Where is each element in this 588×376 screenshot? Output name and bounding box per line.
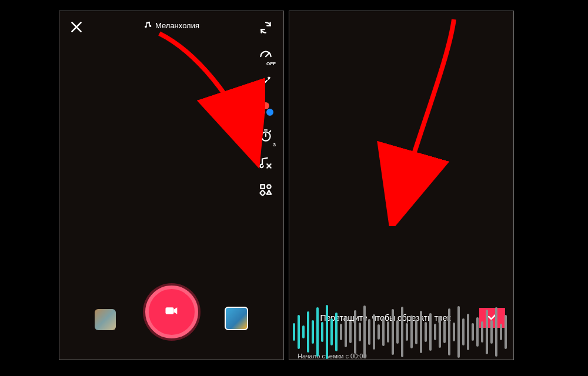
video-camera-icon [163, 303, 180, 321]
waveform-bar [425, 322, 427, 342]
waveform-bar [373, 314, 375, 350]
speed-sub-label: OFF [266, 61, 276, 66]
svg-point-2 [267, 184, 271, 189]
waveform-bar [387, 321, 389, 343]
waveform-bar [330, 318, 333, 345]
more-button[interactable] [258, 183, 274, 199]
timer-icon [258, 128, 273, 146]
waveform-bar [354, 310, 356, 354]
upload-button[interactable] [225, 307, 248, 330]
waveform-bar [335, 313, 338, 351]
annotation-arrow-right [360, 15, 472, 226]
waveform-bar [302, 325, 305, 338]
flip-camera-button[interactable] [258, 21, 274, 37]
svg-rect-1 [260, 184, 265, 189]
waveform-bar [453, 323, 455, 341]
beauty-wand-icon [258, 74, 273, 92]
svg-rect-4 [165, 307, 173, 314]
waveform-bar [481, 321, 483, 343]
record-button[interactable] [145, 286, 198, 338]
filters-button[interactable] [258, 102, 274, 118]
waveform-bar [363, 306, 366, 358]
waveform-bar [406, 323, 408, 341]
waveform-bar [439, 316, 441, 348]
top-bar: Меланхолия [59, 19, 283, 37]
waveform-bar [368, 319, 370, 345]
waveform-bar [467, 314, 469, 350]
waveform-bar [410, 315, 413, 348]
music-note-icon [143, 21, 152, 31]
waveform-bar [443, 321, 446, 343]
waveform-bar [316, 307, 319, 357]
waveform-bar [486, 310, 488, 354]
waveform-bar [345, 317, 347, 347]
waveform-bar [472, 323, 474, 341]
waveform-bar [321, 322, 323, 342]
annotation-arrow-left [148, 28, 265, 169]
close-icon [69, 26, 84, 36]
side-toolbar: OFF 3 [258, 21, 274, 199]
waveform-bar [457, 306, 460, 358]
filters-icon [258, 102, 273, 118]
trim-sound-icon [258, 155, 273, 173]
waveform-bar [500, 324, 502, 340]
waveform-bar [462, 318, 465, 345]
bottom-row [59, 286, 283, 338]
flip-camera-icon [258, 20, 273, 38]
beauty-button[interactable] [258, 75, 274, 91]
waveform-bar [415, 320, 417, 344]
sound-picker[interactable]: Меланхолия [143, 21, 199, 31]
waveform-bar [312, 320, 314, 344]
waveform-bar [448, 308, 450, 355]
svg-rect-3 [260, 190, 265, 196]
waveform-bar [382, 318, 385, 346]
waveform-bar [490, 320, 493, 344]
waveform-bar [495, 307, 497, 357]
waveform-bar [349, 321, 352, 343]
timer-sub-label: 3 [273, 142, 276, 147]
timer-button[interactable]: 3 [258, 129, 274, 145]
trim-sound-button[interactable] [258, 156, 274, 172]
sound-name-label: Меланхолия [155, 21, 199, 30]
waveform-bar [401, 307, 403, 357]
waveform-bar [340, 324, 342, 340]
waveform-bar [298, 315, 300, 349]
waveform-bar [307, 311, 309, 352]
waveform-bar [392, 309, 394, 355]
waveform-bar [326, 305, 328, 359]
waveform-bar [293, 323, 295, 341]
waveform-bar [359, 323, 361, 341]
recording-screen: Меланхолия OFF [59, 11, 284, 360]
waveform-bar [476, 317, 479, 347]
close-button[interactable] [69, 19, 84, 35]
waveform-bar [505, 315, 507, 349]
speed-button[interactable]: OFF [258, 48, 274, 64]
trim-sound-screen: Перетащите, чтобы обрезать трек Начало с… [289, 11, 514, 360]
waveform-bar [420, 311, 422, 353]
waveform-bar [429, 313, 432, 351]
more-grid-icon [258, 182, 273, 200]
waveform-scrubber[interactable] [289, 301, 513, 360]
waveform-bar [434, 324, 436, 340]
waveform-bar [377, 324, 380, 340]
waveform-bar [396, 320, 399, 344]
